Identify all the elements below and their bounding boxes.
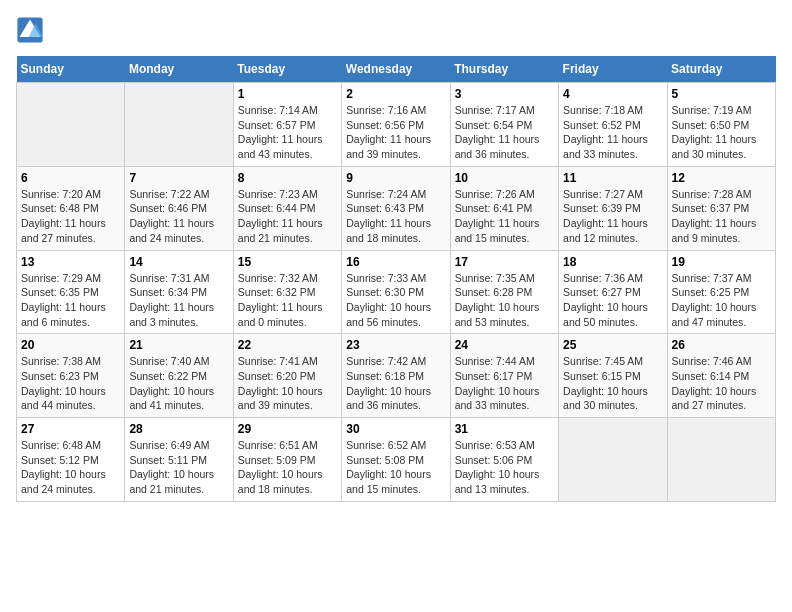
calendar-week-row: 20Sunrise: 7:38 AM Sunset: 6:23 PM Dayli… xyxy=(17,334,776,418)
calendar-cell xyxy=(17,83,125,167)
calendar-cell: 15Sunrise: 7:32 AM Sunset: 6:32 PM Dayli… xyxy=(233,250,341,334)
day-info: Sunrise: 7:14 AM Sunset: 6:57 PM Dayligh… xyxy=(238,103,337,162)
day-info: Sunrise: 7:40 AM Sunset: 6:22 PM Dayligh… xyxy=(129,354,228,413)
calendar-cell: 31Sunrise: 6:53 AM Sunset: 5:06 PM Dayli… xyxy=(450,418,558,502)
calendar-cell: 3Sunrise: 7:17 AM Sunset: 6:54 PM Daylig… xyxy=(450,83,558,167)
day-info: Sunrise: 6:49 AM Sunset: 5:11 PM Dayligh… xyxy=(129,438,228,497)
day-number: 7 xyxy=(129,171,228,185)
calendar-week-row: 13Sunrise: 7:29 AM Sunset: 6:35 PM Dayli… xyxy=(17,250,776,334)
calendar-cell: 6Sunrise: 7:20 AM Sunset: 6:48 PM Daylig… xyxy=(17,166,125,250)
day-info: Sunrise: 7:20 AM Sunset: 6:48 PM Dayligh… xyxy=(21,187,120,246)
calendar-cell: 25Sunrise: 7:45 AM Sunset: 6:15 PM Dayli… xyxy=(559,334,667,418)
calendar-cell: 16Sunrise: 7:33 AM Sunset: 6:30 PM Dayli… xyxy=(342,250,450,334)
day-number: 15 xyxy=(238,255,337,269)
calendar-cell: 28Sunrise: 6:49 AM Sunset: 5:11 PM Dayli… xyxy=(125,418,233,502)
calendar-cell: 11Sunrise: 7:27 AM Sunset: 6:39 PM Dayli… xyxy=(559,166,667,250)
day-info: Sunrise: 7:37 AM Sunset: 6:25 PM Dayligh… xyxy=(672,271,771,330)
day-number: 19 xyxy=(672,255,771,269)
day-number: 23 xyxy=(346,338,445,352)
day-info: Sunrise: 7:31 AM Sunset: 6:34 PM Dayligh… xyxy=(129,271,228,330)
calendar-cell: 13Sunrise: 7:29 AM Sunset: 6:35 PM Dayli… xyxy=(17,250,125,334)
logo xyxy=(16,16,48,44)
day-info: Sunrise: 7:29 AM Sunset: 6:35 PM Dayligh… xyxy=(21,271,120,330)
day-number: 24 xyxy=(455,338,554,352)
day-info: Sunrise: 7:23 AM Sunset: 6:44 PM Dayligh… xyxy=(238,187,337,246)
calendar-cell: 23Sunrise: 7:42 AM Sunset: 6:18 PM Dayli… xyxy=(342,334,450,418)
day-info: Sunrise: 7:35 AM Sunset: 6:28 PM Dayligh… xyxy=(455,271,554,330)
day-info: Sunrise: 6:51 AM Sunset: 5:09 PM Dayligh… xyxy=(238,438,337,497)
calendar-cell: 10Sunrise: 7:26 AM Sunset: 6:41 PM Dayli… xyxy=(450,166,558,250)
day-info: Sunrise: 7:24 AM Sunset: 6:43 PM Dayligh… xyxy=(346,187,445,246)
day-info: Sunrise: 7:19 AM Sunset: 6:50 PM Dayligh… xyxy=(672,103,771,162)
calendar-cell: 12Sunrise: 7:28 AM Sunset: 6:37 PM Dayli… xyxy=(667,166,775,250)
day-info: Sunrise: 7:46 AM Sunset: 6:14 PM Dayligh… xyxy=(672,354,771,413)
day-number: 8 xyxy=(238,171,337,185)
day-number: 28 xyxy=(129,422,228,436)
day-number: 4 xyxy=(563,87,662,101)
calendar-cell: 18Sunrise: 7:36 AM Sunset: 6:27 PM Dayli… xyxy=(559,250,667,334)
day-info: Sunrise: 7:28 AM Sunset: 6:37 PM Dayligh… xyxy=(672,187,771,246)
day-number: 2 xyxy=(346,87,445,101)
calendar-header-thursday: Thursday xyxy=(450,56,558,83)
day-info: Sunrise: 7:36 AM Sunset: 6:27 PM Dayligh… xyxy=(563,271,662,330)
day-number: 9 xyxy=(346,171,445,185)
calendar-cell: 27Sunrise: 6:48 AM Sunset: 5:12 PM Dayli… xyxy=(17,418,125,502)
calendar-cell xyxy=(667,418,775,502)
page-header xyxy=(16,16,776,44)
calendar-cell: 1Sunrise: 7:14 AM Sunset: 6:57 PM Daylig… xyxy=(233,83,341,167)
calendar-cell: 19Sunrise: 7:37 AM Sunset: 6:25 PM Dayli… xyxy=(667,250,775,334)
day-info: Sunrise: 7:33 AM Sunset: 6:30 PM Dayligh… xyxy=(346,271,445,330)
day-number: 17 xyxy=(455,255,554,269)
day-info: Sunrise: 6:53 AM Sunset: 5:06 PM Dayligh… xyxy=(455,438,554,497)
calendar-cell: 29Sunrise: 6:51 AM Sunset: 5:09 PM Dayli… xyxy=(233,418,341,502)
day-number: 21 xyxy=(129,338,228,352)
calendar-cell: 20Sunrise: 7:38 AM Sunset: 6:23 PM Dayli… xyxy=(17,334,125,418)
calendar-cell: 5Sunrise: 7:19 AM Sunset: 6:50 PM Daylig… xyxy=(667,83,775,167)
day-info: Sunrise: 7:41 AM Sunset: 6:20 PM Dayligh… xyxy=(238,354,337,413)
day-number: 26 xyxy=(672,338,771,352)
day-info: Sunrise: 7:32 AM Sunset: 6:32 PM Dayligh… xyxy=(238,271,337,330)
calendar-cell: 2Sunrise: 7:16 AM Sunset: 6:56 PM Daylig… xyxy=(342,83,450,167)
day-number: 11 xyxy=(563,171,662,185)
calendar-cell: 22Sunrise: 7:41 AM Sunset: 6:20 PM Dayli… xyxy=(233,334,341,418)
calendar-cell xyxy=(559,418,667,502)
day-info: Sunrise: 7:45 AM Sunset: 6:15 PM Dayligh… xyxy=(563,354,662,413)
calendar-cell: 4Sunrise: 7:18 AM Sunset: 6:52 PM Daylig… xyxy=(559,83,667,167)
calendar-cell: 26Sunrise: 7:46 AM Sunset: 6:14 PM Dayli… xyxy=(667,334,775,418)
calendar-cell: 8Sunrise: 7:23 AM Sunset: 6:44 PM Daylig… xyxy=(233,166,341,250)
calendar-header-monday: Monday xyxy=(125,56,233,83)
calendar-cell: 7Sunrise: 7:22 AM Sunset: 6:46 PM Daylig… xyxy=(125,166,233,250)
day-info: Sunrise: 6:48 AM Sunset: 5:12 PM Dayligh… xyxy=(21,438,120,497)
calendar-week-row: 6Sunrise: 7:20 AM Sunset: 6:48 PM Daylig… xyxy=(17,166,776,250)
day-info: Sunrise: 7:16 AM Sunset: 6:56 PM Dayligh… xyxy=(346,103,445,162)
day-info: Sunrise: 7:26 AM Sunset: 6:41 PM Dayligh… xyxy=(455,187,554,246)
calendar-header-saturday: Saturday xyxy=(667,56,775,83)
calendar-header-row: SundayMondayTuesdayWednesdayThursdayFrid… xyxy=(17,56,776,83)
day-number: 13 xyxy=(21,255,120,269)
day-info: Sunrise: 7:17 AM Sunset: 6:54 PM Dayligh… xyxy=(455,103,554,162)
calendar-header-wednesday: Wednesday xyxy=(342,56,450,83)
day-number: 16 xyxy=(346,255,445,269)
calendar-cell xyxy=(125,83,233,167)
day-number: 12 xyxy=(672,171,771,185)
day-number: 31 xyxy=(455,422,554,436)
day-number: 1 xyxy=(238,87,337,101)
day-number: 14 xyxy=(129,255,228,269)
day-number: 6 xyxy=(21,171,120,185)
calendar-cell: 30Sunrise: 6:52 AM Sunset: 5:08 PM Dayli… xyxy=(342,418,450,502)
day-info: Sunrise: 7:22 AM Sunset: 6:46 PM Dayligh… xyxy=(129,187,228,246)
calendar-header-tuesday: Tuesday xyxy=(233,56,341,83)
calendar-cell: 14Sunrise: 7:31 AM Sunset: 6:34 PM Dayli… xyxy=(125,250,233,334)
day-info: Sunrise: 7:44 AM Sunset: 6:17 PM Dayligh… xyxy=(455,354,554,413)
calendar-cell: 17Sunrise: 7:35 AM Sunset: 6:28 PM Dayli… xyxy=(450,250,558,334)
day-info: Sunrise: 7:27 AM Sunset: 6:39 PM Dayligh… xyxy=(563,187,662,246)
calendar-week-row: 27Sunrise: 6:48 AM Sunset: 5:12 PM Dayli… xyxy=(17,418,776,502)
day-number: 10 xyxy=(455,171,554,185)
calendar-week-row: 1Sunrise: 7:14 AM Sunset: 6:57 PM Daylig… xyxy=(17,83,776,167)
calendar-cell: 9Sunrise: 7:24 AM Sunset: 6:43 PM Daylig… xyxy=(342,166,450,250)
day-number: 5 xyxy=(672,87,771,101)
day-info: Sunrise: 7:42 AM Sunset: 6:18 PM Dayligh… xyxy=(346,354,445,413)
day-number: 30 xyxy=(346,422,445,436)
day-number: 18 xyxy=(563,255,662,269)
logo-icon xyxy=(16,16,44,44)
